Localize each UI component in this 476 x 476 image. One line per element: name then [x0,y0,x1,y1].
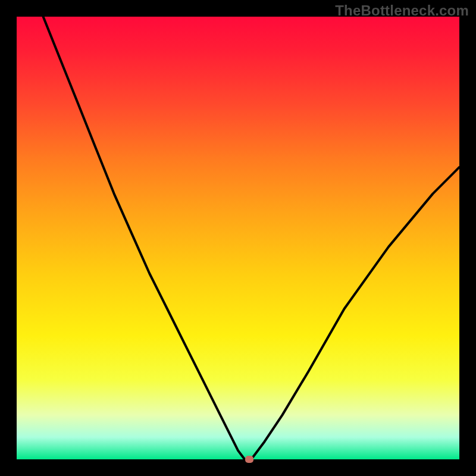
bottleneck-curve [17,17,459,459]
chart-frame: TheBottleneck.com [0,0,476,476]
watermark-text: TheBottleneck.com [335,2,469,19]
optimal-point-marker [245,456,253,463]
plot-area [17,17,459,459]
